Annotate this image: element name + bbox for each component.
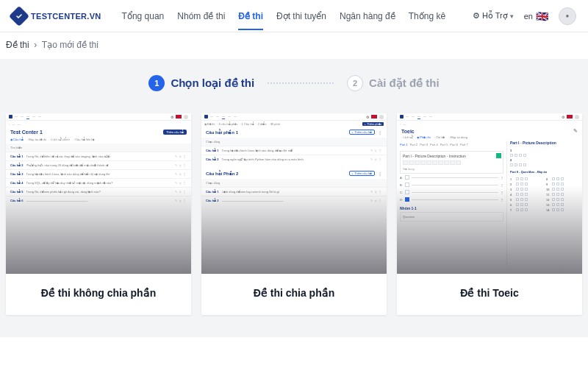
main-nav: Tổng quan Nhóm đề thi Đề thi Đợt thi tuy…: [122, 2, 446, 30]
gear-icon: ⚙: [473, 11, 480, 21]
card-no-sections[interactable]: —————⚙ ◦—— Test Center 1Thêm câu hỏi ◉ C…: [6, 113, 191, 315]
page-body: 1 Chọn loại đề thi 2 Cài đặt đề thi ————…: [0, 59, 588, 337]
logo-badge-icon: [9, 5, 29, 26]
nav-exam-rounds[interactable]: Đợt thi tuyển: [276, 2, 326, 30]
card-preview: —————⚙ ◉ Đề thi· 3 câu hỏi phần· 1 Câu h…: [201, 113, 387, 274]
step-1-badge: 1: [148, 75, 165, 91]
step-divider: [268, 82, 334, 84]
brand-text: TESTCENTER.VN: [31, 12, 101, 21]
card-preview: —————⚙ ◦— Toeic✎ ◦ Lịch sử◉ Phần thi◦ Ch…: [397, 113, 582, 274]
card-with-sections[interactable]: —————⚙ ◉ Đề thi· 3 câu hỏi phần· 1 Câu h…: [201, 113, 387, 315]
nav-overview[interactable]: Tổng quan: [122, 2, 165, 30]
card-label: Đề thi chia phần: [201, 274, 387, 315]
card-label: Đề thi Toeic: [397, 274, 582, 315]
step-1[interactable]: 1 Chọn loại đề thi: [148, 75, 254, 91]
app-header: TESTCENTER.VN Tổng quan Nhóm đề thi Đề t…: [0, 0, 588, 32]
nav-tests[interactable]: Đề thi: [238, 2, 263, 30]
support-label: Hỗ Trợ: [482, 11, 508, 21]
flag-uk-icon: 🇬🇧: [536, 10, 548, 22]
nav-test-groups[interactable]: Nhóm đề thi: [177, 2, 225, 30]
breadcrumb-current: Tạo mới đề thi: [42, 40, 98, 50]
nav-statistics[interactable]: Thống kê: [409, 2, 445, 30]
user-avatar[interactable]: ●: [559, 7, 576, 25]
language-switcher[interactable]: en 🇬🇧: [524, 10, 548, 22]
header-right: ⚙ Hỗ Trợ ▾ en 🇬🇧 ●: [473, 7, 576, 25]
step-2-badge: 2: [347, 75, 363, 91]
test-type-cards: —————⚙ ◦—— Test Center 1Thêm câu hỏi ◉ C…: [6, 113, 582, 315]
step-2[interactable]: 2 Cài đặt đề thi: [347, 75, 440, 91]
card-toeic[interactable]: —————⚙ ◦— Toeic✎ ◦ Lịch sử◉ Phần thi◦ Ch…: [397, 113, 582, 315]
wizard-stepper: 1 Chọn loại đề thi 2 Cài đặt đề thi: [6, 75, 582, 91]
breadcrumb: Đề thi › Tạo mới đề thi: [0, 32, 588, 59]
chevron-down-icon: ▾: [510, 13, 514, 20]
lang-code: en: [524, 12, 533, 21]
breadcrumb-root[interactable]: Đề thi: [6, 40, 29, 50]
support-dropdown[interactable]: ⚙ Hỗ Trợ ▾: [473, 11, 514, 21]
nav-question-bank[interactable]: Ngân hàng đề: [340, 2, 395, 30]
card-label: Đề thi không chia phần: [6, 274, 191, 315]
step-1-label: Chọn loại đề thi: [171, 77, 254, 90]
brand-logo[interactable]: TESTCENTER.VN: [12, 9, 101, 24]
card-preview: —————⚙ ◦—— Test Center 1Thêm câu hỏi ◉ C…: [6, 113, 191, 274]
step-2-label: Cài đặt đề thi: [369, 77, 440, 90]
